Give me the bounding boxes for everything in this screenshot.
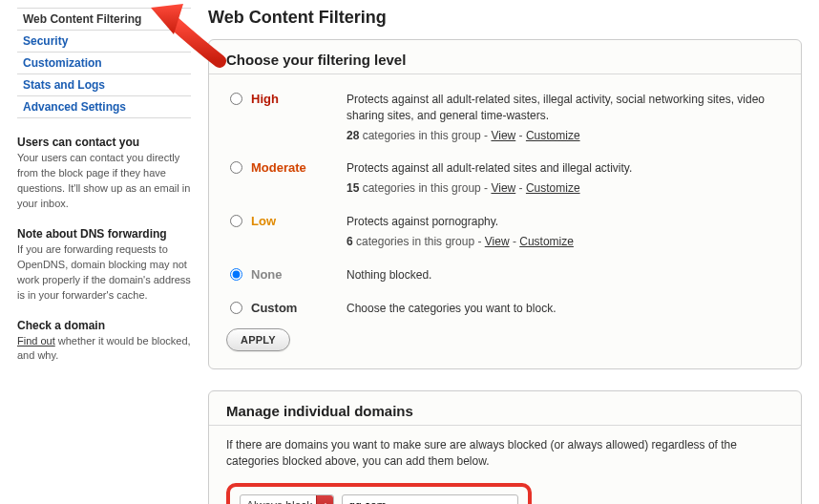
level-label-high: High — [247, 86, 343, 155]
view-link[interactable]: View — [485, 235, 510, 248]
block-mode-selected: Always block — [246, 499, 312, 504]
level-row-moderate: Moderate Protects against all adult-rela… — [226, 155, 784, 208]
level-row-high: High Protects against all adult-related … — [226, 86, 784, 155]
level-label-none: None — [247, 262, 343, 295]
view-link[interactable]: View — [491, 129, 515, 142]
sidebar-item-label: Web Content Filtering — [23, 12, 141, 26]
level-row-low: Low Protects against pornography. 6 cate… — [226, 208, 784, 262]
divider — [209, 425, 801, 426]
chevron-updown-icon — [316, 495, 333, 504]
find-out-link[interactable]: Find out — [17, 335, 55, 346]
sidebar-text-dns: If you are forwarding requests to OpenDN… — [17, 242, 191, 304]
level-label-custom: Custom — [247, 295, 343, 328]
filtering-level-heading: Choose your filtering level — [226, 52, 784, 68]
sidebar-nav: Web Content Filtering Security Customiza… — [17, 8, 191, 118]
block-mode-select[interactable]: Always block — [240, 494, 334, 504]
sidebar-item-label[interactable]: Advanced Settings — [23, 100, 126, 114]
sidebar-item-advanced-settings[interactable]: Advanced Settings — [17, 96, 191, 118]
level-label-moderate: Moderate — [247, 155, 343, 208]
radio-low[interactable] — [230, 215, 242, 227]
divider — [209, 74, 801, 74]
radio-none[interactable] — [230, 268, 242, 281]
cats-count: 6 — [346, 235, 353, 248]
level-desc-low: Protects against pornography. — [346, 215, 498, 228]
sidebar-heading-check-domain: Check a domain — [17, 319, 191, 332]
radio-moderate[interactable] — [230, 161, 242, 174]
level-desc-custom: Choose the categories you want to block. — [346, 302, 556, 315]
apply-button[interactable]: APPLY — [226, 328, 290, 351]
sidebar-item-web-content-filtering[interactable]: Web Content Filtering — [17, 9, 191, 31]
customize-link[interactable]: Customize — [526, 181, 580, 195]
page-title: Web Content Filtering — [208, 8, 802, 28]
manage-domains-panel: Manage individual domains If there are d… — [208, 390, 802, 504]
sidebar: Web Content Filtering Security Customiza… — [17, 8, 208, 504]
sidebar-text-check-domain: Find out whether it would be blocked, an… — [17, 334, 191, 365]
cats-count: 15 — [346, 181, 359, 195]
filtering-level-panel: Choose your filtering level High Protect… — [208, 39, 802, 369]
filtering-levels: High Protects against all adult-related … — [226, 86, 784, 328]
sidebar-heading-contact: Users can contact you — [17, 136, 191, 149]
cats-count: 28 — [346, 129, 359, 142]
customize-link[interactable]: Customize — [519, 235, 574, 248]
domain-entry-row: Always block — [226, 483, 532, 504]
level-cats-low: 6 categories in this group - View - Cust… — [346, 234, 780, 250]
sidebar-text-contact: Your users can contact you directly from… — [17, 151, 191, 212]
radio-custom[interactable] — [230, 302, 242, 314]
manage-domains-desc: If there are domains you want to make su… — [226, 437, 784, 471]
sidebar-item-security[interactable]: Security — [17, 31, 191, 52]
main-content: Web Content Filtering Choose your filter… — [208, 8, 802, 504]
level-cats-moderate: 15 categories in this group - View - Cus… — [346, 180, 780, 197]
level-row-none: None Nothing blocked. — [226, 262, 784, 295]
sidebar-item-label[interactable]: Customization — [23, 56, 102, 70]
manage-domains-heading: Manage individual domains — [226, 403, 784, 419]
level-label-low: Low — [247, 208, 343, 262]
sidebar-heading-dns: Note about DNS forwarding — [17, 227, 191, 241]
level-desc-none: Nothing blocked. — [346, 268, 431, 282]
radio-high[interactable] — [230, 93, 242, 105]
customize-link[interactable]: Customize — [526, 129, 580, 142]
sidebar-item-label[interactable]: Stats and Logs — [23, 78, 105, 92]
view-link[interactable]: View — [491, 181, 515, 195]
sidebar-item-stats-and-logs[interactable]: Stats and Logs — [17, 74, 191, 96]
sidebar-item-customization[interactable]: Customization — [17, 52, 191, 74]
level-row-custom: Custom Choose the categories you want to… — [226, 295, 784, 328]
level-desc-high: Protects against all adult-related sites… — [346, 93, 765, 122]
level-desc-moderate: Protects against all adult-related sites… — [346, 161, 632, 175]
level-cats-high: 28 categories in this group - View - Cus… — [346, 128, 780, 144]
sidebar-item-label[interactable]: Security — [23, 34, 68, 48]
domain-input[interactable] — [342, 494, 518, 504]
